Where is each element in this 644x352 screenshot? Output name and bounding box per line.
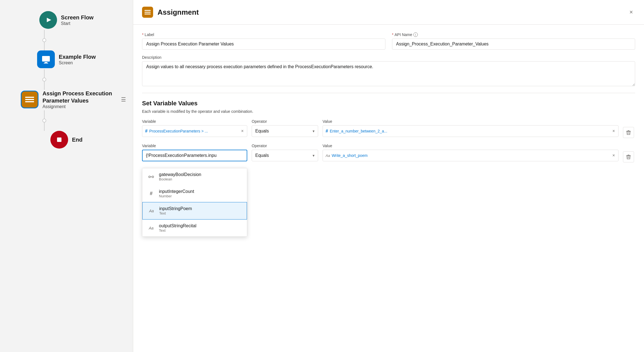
dropdown-item-gatewaybool[interactable]: gatewayBoolDecision Boolean	[142, 168, 247, 185]
value-pill-2[interactable]: Aa Write_a_short_poem ×	[323, 150, 619, 161]
operator-select-1[interactable]: Equals ▾	[252, 125, 318, 137]
svg-rect-1	[42, 56, 50, 62]
editor-body: Label API Name i Description Assign valu…	[133, 25, 644, 352]
gatewaybool-name: gatewayBoolDecision	[159, 172, 201, 177]
label-apiname-row: Label API Name i	[142, 32, 635, 50]
value-pill-close-2[interactable]: ×	[612, 153, 615, 158]
inputstring-icon: Aa	[148, 207, 155, 215]
variable-pill-close-1[interactable]: ×	[241, 129, 244, 134]
connector-2b	[44, 81, 45, 90]
dropdown-item-outputstring[interactable]: Aa outputStringRecital Text	[142, 220, 247, 236]
svg-rect-8	[145, 10, 151, 11]
assignment-node-label: Assign Process ExecutionParameter Values…	[42, 90, 112, 109]
connector-1b	[44, 42, 45, 50]
variable-input-2[interactable]	[142, 150, 247, 161]
description-group: Description Assign values to all necessa…	[142, 55, 635, 86]
variable-hash-icon-1: #	[145, 129, 148, 134]
value-text-2: Write_a_short_poem	[332, 153, 610, 158]
operator-col-label-2: Operator	[252, 144, 318, 148]
label-field-label: Label	[142, 32, 385, 37]
section-divider	[142, 93, 635, 93]
chevron-down-icon-2: ▾	[313, 153, 315, 158]
variable-col-label-1: Variable	[142, 119, 247, 124]
svg-rect-5	[25, 99, 34, 100]
flow-node-assignment[interactable]: Assign Process ExecutionParameter Values…	[21, 90, 112, 109]
svg-rect-6	[25, 101, 34, 102]
outputstring-info: outputStringRecital Text	[159, 223, 196, 233]
set-variable-title: Set Variable Values	[142, 100, 635, 107]
api-name-group: API Name i	[392, 32, 635, 50]
assignment-node-menu-icon[interactable]: ☰	[121, 96, 126, 103]
inputstring-type: Text	[159, 211, 192, 215]
value-text-1: Enter_a_number_between_2_a...	[330, 129, 610, 133]
dropdown-item-inputinteger[interactable]: # inputIntegerCount Number	[142, 185, 247, 202]
close-button[interactable]: ×	[627, 7, 635, 17]
label-group: Label	[142, 32, 385, 50]
operator-col-1: Operator Equals ▾	[252, 119, 318, 137]
svg-rect-4	[25, 97, 34, 98]
api-name-info-icon[interactable]: i	[413, 32, 418, 37]
gatewaybool-type: Boolean	[159, 177, 201, 181]
variable-pill-text-1: ProcessExecutionParameters > ...	[149, 129, 239, 133]
inputinteger-type: Number	[159, 194, 194, 198]
variable-row-2: Variable Operator Equals ▾ Value Aa	[142, 144, 635, 162]
dropdown-item-inputstring[interactable]: Aa inputStringPoem Text	[142, 202, 247, 220]
value-col-label-1: Value	[323, 119, 619, 124]
api-name-field-label: API Name i	[392, 32, 635, 37]
delete-col-2	[623, 144, 635, 162]
description-textarea[interactable]: Assign values to all necessary process e…	[142, 61, 635, 86]
flow-node-end: End	[50, 131, 83, 149]
chevron-down-icon-1: ▾	[313, 129, 315, 133]
screen-node-title: Example Flow	[59, 53, 96, 60]
value-hash-icon-1: #	[326, 129, 328, 134]
inputinteger-name: inputIntegerCount	[159, 189, 194, 194]
svg-point-19	[149, 176, 150, 178]
svg-rect-9	[145, 12, 151, 13]
screen-node-subtitle: Screen	[59, 60, 96, 65]
start-node-title: Screen Flow	[61, 14, 94, 21]
assignment-node-icon	[21, 91, 38, 108]
value-pill-close-1[interactable]: ×	[612, 129, 615, 134]
connector-1	[44, 30, 45, 38]
variable-row-2-container: Variable Operator Equals ▾ Value Aa	[142, 144, 635, 237]
inputstring-info: inputStringPoem Text	[159, 206, 192, 215]
label-input[interactable]	[142, 39, 385, 50]
editor-title: Assignment	[158, 8, 623, 17]
value-pill-1[interactable]: # Enter_a_number_between_2_a... ×	[323, 125, 619, 137]
value-col-label-2: Value	[323, 144, 619, 148]
gatewaybool-info: gatewayBoolDecision Boolean	[159, 172, 201, 181]
delete-button-1[interactable]	[623, 127, 634, 138]
value-col-2: Value Aa Write_a_short_poem ×	[323, 144, 619, 161]
screen-node-label: Example Flow Screen	[59, 53, 96, 65]
svg-point-20	[152, 176, 154, 178]
svg-rect-12	[628, 130, 629, 131]
inputinteger-info: inputIntegerCount Number	[159, 189, 194, 198]
svg-rect-10	[145, 14, 151, 14]
editor-panel: Assignment × Label API Name i Descriptio…	[133, 0, 644, 352]
description-label: Description	[142, 55, 635, 60]
editor-header-icon	[142, 7, 153, 18]
gatewaybool-icon	[147, 173, 155, 181]
end-node-label: End	[72, 136, 83, 143]
set-variable-section: Set Variable Values Each variable is mod…	[142, 100, 635, 237]
variable-pill-1[interactable]: # ProcessExecutionParameters > ... ×	[142, 125, 247, 137]
svg-marker-0	[47, 18, 51, 22]
screen-node-icon	[37, 50, 55, 68]
description-row: Description Assign values to all necessa…	[142, 55, 635, 86]
variable-col-1: Variable # ProcessExecutionParameters > …	[142, 119, 247, 137]
inputinteger-icon: #	[147, 190, 155, 198]
delete-button-2[interactable]	[623, 151, 634, 162]
connector-3	[44, 110, 45, 119]
api-name-input[interactable]	[392, 39, 635, 50]
editor-header: Assignment ×	[133, 0, 644, 25]
svg-rect-2	[45, 62, 47, 63]
delete-col-1	[623, 119, 635, 138]
start-node-subtitle: Start	[61, 21, 94, 26]
flow-node-start: Screen Flow Start	[39, 11, 94, 29]
inputstring-name: inputStringPoem	[159, 206, 192, 211]
assignment-node-title: Assign Process ExecutionParameter Values	[42, 90, 112, 104]
flow-canvas: Screen Flow Start Example Flow Screen	[0, 0, 133, 352]
svg-rect-3	[44, 63, 48, 63]
connector-3b	[44, 123, 45, 131]
operator-select-2[interactable]: Equals ▾	[252, 150, 318, 161]
